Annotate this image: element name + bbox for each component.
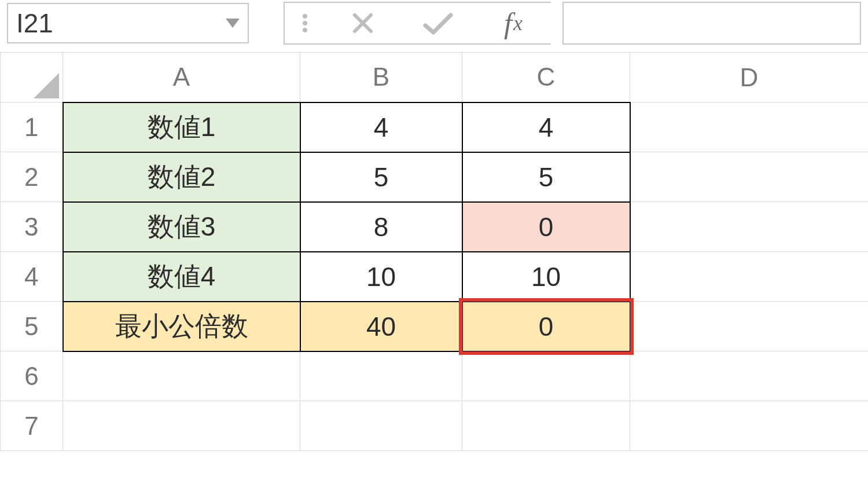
cell-C1[interactable]: 4 [462, 102, 630, 152]
cell-D2[interactable] [630, 152, 869, 202]
cell-D1[interactable] [630, 102, 869, 152]
cell-B2[interactable]: 5 [300, 152, 462, 202]
cell-D5[interactable] [630, 302, 869, 351]
cell-C4[interactable]: 10 [462, 252, 630, 302]
select-all-corner[interactable] [1, 53, 63, 102]
cell-C7[interactable] [462, 401, 630, 451]
row-header-4[interactable]: 4 [1, 252, 63, 302]
cell-A5[interactable]: 最小公倍数 [63, 302, 300, 351]
table-row: 4 数値4 10 10 [1, 252, 869, 302]
col-header-A[interactable]: A [63, 53, 300, 102]
cell-A7[interactable] [63, 401, 300, 451]
cell-A2[interactable]: 数値2 [63, 152, 300, 202]
table-row: 7 [1, 401, 869, 451]
cell-C6[interactable] [462, 351, 630, 401]
cell-B4[interactable]: 10 [300, 252, 462, 302]
name-box-value: I21 [16, 8, 226, 39]
cell-A6[interactable] [63, 351, 300, 401]
insert-function-icon[interactable]: fx [476, 3, 551, 43]
row-header-3[interactable]: 3 [1, 202, 63, 252]
cell-D3[interactable] [630, 202, 869, 252]
formula-input[interactable] [562, 2, 861, 45]
cell-A4[interactable]: 数値4 [63, 252, 300, 302]
cell-A3[interactable]: 数値3 [63, 202, 300, 252]
formula-bar: I21 fx [0, 0, 868, 52]
name-box-dropdown-icon[interactable] [226, 19, 240, 28]
table-row: 5 最小公倍数 40 0 [1, 302, 869, 351]
table-row: 2 数値2 5 5 [1, 152, 869, 202]
cell-B5[interactable]: 40 [300, 302, 462, 351]
table-row: 1 数値1 4 4 [1, 102, 869, 152]
expand-formula-bar-icon[interactable] [285, 3, 325, 43]
cell-B7[interactable] [300, 401, 462, 451]
col-header-B[interactable]: B [300, 53, 462, 102]
cancel-icon [325, 3, 400, 43]
table-row: 3 数値3 8 0 [1, 202, 869, 252]
cell-A1[interactable]: 数値1 [63, 102, 300, 152]
name-box[interactable]: I21 [7, 3, 249, 43]
cell-C2[interactable]: 5 [462, 152, 630, 202]
col-header-C[interactable]: C [462, 53, 630, 102]
formula-bar-buttons: fx [284, 2, 551, 45]
spreadsheet-grid[interactable]: A B C D 1 数値1 4 4 2 数値2 5 5 3 数値3 8 0 [0, 52, 868, 451]
cell-B1[interactable]: 4 [300, 102, 462, 152]
cell-D6[interactable] [630, 351, 869, 401]
table-row: 6 [1, 351, 869, 401]
row-header-6[interactable]: 6 [1, 351, 63, 401]
cell-D4[interactable] [630, 252, 869, 302]
row-header-5[interactable]: 5 [1, 302, 63, 351]
cell-D7[interactable] [630, 401, 869, 451]
row-header-1[interactable]: 1 [1, 102, 63, 152]
cell-C3[interactable]: 0 [462, 202, 630, 252]
cell-B3[interactable]: 8 [300, 202, 462, 252]
row-header-7[interactable]: 7 [1, 401, 63, 451]
enter-icon [400, 3, 476, 43]
row-header-2[interactable]: 2 [1, 152, 63, 202]
cell-C5[interactable]: 0 [462, 302, 630, 351]
cell-B6[interactable] [300, 351, 462, 401]
col-header-D[interactable]: D [630, 53, 869, 102]
column-header-row: A B C D [1, 53, 869, 102]
